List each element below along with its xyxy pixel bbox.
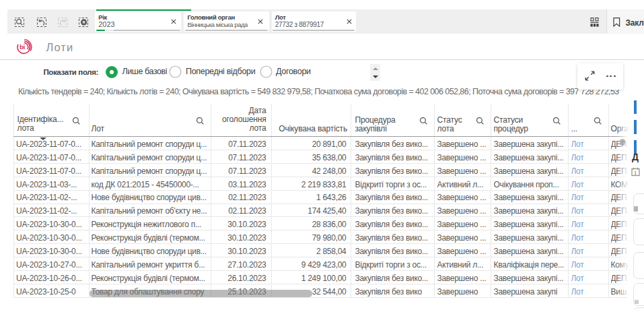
svg-text:1: 1 [634, 170, 637, 176]
svg-text:bi: bi [20, 43, 25, 51]
